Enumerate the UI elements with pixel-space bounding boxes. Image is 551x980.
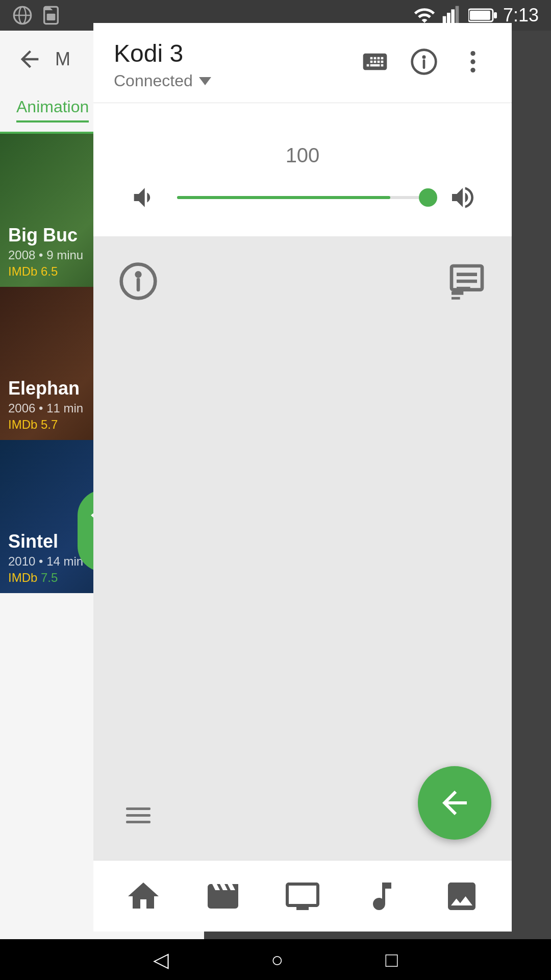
nav-photos-button[interactable]: [431, 861, 492, 932]
keyboard-button[interactable]: [357, 43, 393, 80]
svg-rect-11: [494, 12, 497, 18]
movie-title-1: Big Buc: [8, 225, 83, 246]
svg-point-21: [137, 273, 140, 276]
volume-up-button[interactable]: [444, 179, 481, 216]
hamburger-line-2: [126, 814, 151, 817]
movies-icon: [205, 878, 241, 915]
movie-title-3: Sintel: [8, 531, 83, 552]
menu-button[interactable]: [114, 791, 163, 840]
battery-icon: [468, 5, 497, 26]
back-arrow-icon: [16, 46, 43, 72]
svg-rect-4: [47, 14, 56, 20]
remote-top-row: [114, 257, 491, 306]
info-circle-button[interactable]: [114, 257, 163, 306]
nav-movies-button[interactable]: [192, 861, 254, 932]
movie-meta-3: 2010 • 14 min: [8, 554, 83, 569]
nav-home-button[interactable]: [113, 861, 174, 932]
volume-down-button[interactable]: [124, 179, 161, 216]
connection-status: Connected: [114, 71, 193, 90]
panel-header-actions: [357, 43, 491, 80]
movie-title-2: Elephan: [8, 378, 83, 399]
remote-control-area: [93, 236, 512, 860]
movie-imdb-3: IMDb 7.5: [8, 571, 83, 585]
volume-section: 100: [93, 103, 512, 236]
svg-point-18: [470, 59, 475, 64]
movie-info-1: Big Buc 2008 • 9 minu IMDb 6.5: [0, 216, 91, 287]
panel-title: Kodi 3: [114, 39, 211, 67]
animation-tab: Animation: [16, 97, 89, 122]
nav-back-button[interactable]: ◁: [153, 948, 169, 971]
volume-slider[interactable]: [177, 196, 428, 199]
movie-info-2: Elephan 2006 • 11 min IMDb 5.7: [0, 370, 91, 440]
movie-imdb-2: IMDb 5.7: [8, 418, 83, 432]
info-circle-icon: [118, 261, 159, 302]
remote-bottom-row: [114, 766, 491, 840]
tv-icon: [284, 878, 321, 915]
volume-fill: [177, 196, 390, 199]
back-fab-button[interactable]: [418, 766, 491, 840]
svg-point-19: [470, 68, 475, 72]
queue-icon: [446, 261, 487, 302]
panel-title-block: Kodi 3 Connected: [114, 39, 211, 90]
hamburger-line-3: [126, 821, 151, 823]
movie-imdb-1: IMDb 6.5: [8, 264, 83, 279]
chevron-down-icon[interactable]: [199, 77, 211, 85]
arrow-left-icon: [436, 785, 473, 821]
volume-row: [124, 179, 481, 216]
keyboard-icon: [361, 47, 389, 76]
music-icon: [364, 878, 400, 915]
panel-header: Kodi 3 Connected: [93, 23, 512, 103]
nav-music-button[interactable]: [352, 861, 413, 932]
svg-rect-9: [456, 6, 459, 25]
nav-tv-button[interactable]: [272, 861, 333, 932]
home-icon: [125, 878, 162, 915]
globe-icon: [12, 5, 33, 26]
hamburger-icon: [126, 807, 151, 823]
nav-home-sys-button[interactable]: ○: [271, 948, 283, 971]
movie-meta-2: 2006 • 11 min: [8, 401, 83, 415]
photos-icon: [443, 878, 480, 915]
panel-subtitle[interactable]: Connected: [114, 71, 211, 90]
svg-point-17: [470, 51, 475, 56]
dpad-area: [114, 306, 491, 766]
queue-button[interactable]: [442, 257, 491, 306]
sim-icon: [41, 5, 61, 26]
svg-rect-12: [470, 11, 490, 20]
svg-rect-8: [451, 9, 455, 24]
volume-mute-icon: [128, 183, 157, 212]
modal-panel: Kodi 3 Connected: [93, 23, 512, 932]
movie-meta-1: 2008 • 9 minu: [8, 248, 83, 262]
status-bar-left: [12, 5, 61, 26]
svg-rect-23: [452, 266, 482, 290]
info-icon: [410, 47, 438, 76]
volume-thumb[interactable]: [419, 188, 437, 207]
volume-value: 100: [286, 144, 320, 167]
info-button[interactable]: [406, 43, 442, 80]
hamburger-line-1: [126, 807, 151, 810]
bottom-nav: [93, 860, 512, 932]
more-options-button[interactable]: [455, 43, 491, 80]
system-nav-bar: ◁ ○ □: [0, 939, 551, 980]
more-vert-icon: [461, 47, 485, 76]
volume-up-icon: [448, 183, 477, 212]
nav-recent-button[interactable]: □: [386, 948, 398, 971]
